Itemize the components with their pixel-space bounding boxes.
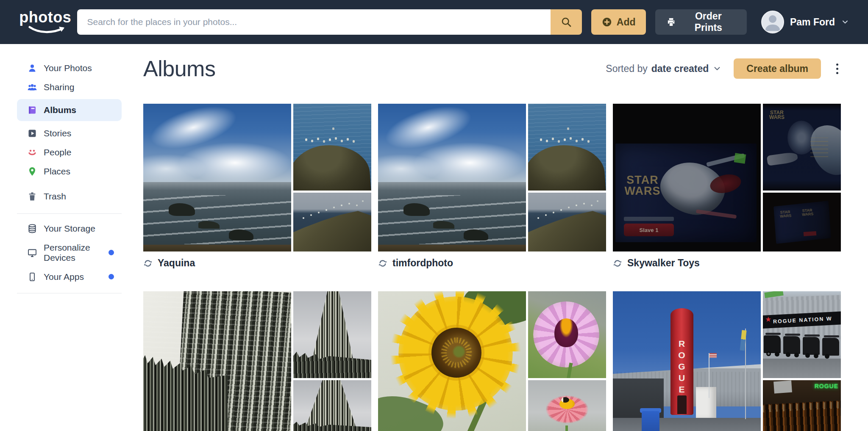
album-photo-cliff[interactable] [293, 193, 371, 251]
album-name: timfordphoto [392, 257, 453, 269]
search-icon [560, 16, 572, 28]
art-birds [540, 138, 542, 141]
user-name: Pam Ford [790, 17, 835, 28]
album-photo-glass-tower[interactable] [143, 291, 291, 431]
album-cover-yaquina[interactable] [143, 104, 371, 251]
album-photo-tower-detail[interactable] [293, 380, 371, 431]
art-white-sign [773, 381, 792, 394]
album-name: Skywalker Toys [627, 257, 700, 269]
new-badge-dot [108, 274, 114, 279]
sidebar-item-your-photos[interactable]: Your Photos [17, 58, 122, 77]
sidebar-item-label: Your Photos [44, 63, 92, 73]
art-grass [378, 245, 526, 251]
album-card [378, 291, 606, 431]
add-button[interactable]: Add [591, 9, 646, 35]
art-recycle-bin [642, 411, 659, 431]
album-photo-starwars-box-back[interactable]: STAR WARS [763, 104, 841, 191]
albums-header: Albums Sorted by date created Create alb… [143, 56, 841, 81]
album-cover-rogue[interactable]: ROGUE ROGUE NATION W ★ [613, 291, 841, 431]
plus-circle-icon [601, 17, 612, 28]
art-rogue-nation-text: ROGUE NATION W [773, 315, 832, 324]
account-menu[interactable]: Pam Ford [761, 11, 849, 33]
map-pin-icon [27, 166, 37, 177]
album-photo-beer-bottles[interactable]: ROGUE [763, 380, 841, 431]
album-card: ROGUE ROGUE NATION W ★ [613, 291, 841, 431]
sidebar-item-places[interactable]: Places [17, 162, 122, 181]
search-input[interactable] [77, 9, 551, 35]
avatar-person-icon [762, 11, 783, 33]
album-photo-ocean[interactable] [143, 104, 291, 251]
logo-text: photos [19, 10, 71, 25]
sidebar-item-label: People [44, 147, 71, 157]
album-name-row[interactable]: timfordphoto [378, 257, 606, 269]
album-name-row[interactable]: Skywalker Toys [613, 257, 841, 269]
database-icon [27, 224, 37, 234]
album-cover-timfordphoto[interactable] [378, 104, 606, 251]
main-content: Albums Sorted by date created Create alb… [143, 44, 868, 431]
person-icon [27, 63, 37, 73]
sidebar-item-albums[interactable]: Albums [17, 99, 122, 121]
sidebar-item-label: Places [44, 166, 70, 177]
sidebar-item-your-storage[interactable]: Your Storage [17, 219, 122, 238]
album-photo-starwars-box[interactable]: STAR WARS Slave 1 [613, 104, 761, 251]
sync-icon [143, 259, 153, 268]
art-cloud [143, 154, 207, 184]
album-photo-column [528, 104, 606, 251]
art-foam [378, 195, 526, 244]
album-photo-ocean[interactable] [378, 104, 526, 251]
add-button-label: Add [617, 17, 636, 28]
art-red-star: ★ [765, 315, 771, 324]
sidebar-item-trash[interactable]: Trash [17, 187, 122, 206]
album-photo-pelicans[interactable] [528, 104, 606, 191]
sidebar-item-personalize-devices[interactable]: Personalize Devices [17, 243, 122, 262]
album-card [143, 291, 371, 431]
sidebar-item-label: Trash [44, 191, 66, 202]
art-train-wheels [766, 351, 771, 356]
smartphone-icon [27, 272, 37, 282]
album-photo-sunflower[interactable] [378, 291, 526, 431]
album-card: STAR WARS Slave 1 STAR WARS [613, 104, 841, 269]
sidebar-item-stories[interactable]: Stories [17, 124, 122, 143]
art-birds [537, 217, 539, 219]
album-name-row[interactable]: Yaquina [143, 257, 371, 269]
album-card: Yaquina [143, 104, 371, 269]
album-photo-rogue-silo[interactable]: ROGUE [613, 291, 761, 431]
sidebar-item-sharing[interactable]: Sharing [17, 77, 122, 97]
album-photo-tower-sky[interactable] [293, 291, 371, 378]
album-photo-cliff[interactable] [528, 193, 606, 251]
amazon-smile-icon [28, 26, 67, 34]
sidebar-item-your-apps[interactable]: Your Apps [17, 267, 122, 286]
sort-dropdown[interactable]: Sorted by date created [606, 63, 722, 75]
art-flagpole [709, 353, 709, 398]
create-album-button[interactable]: Create album [734, 58, 821, 79]
printer-icon [666, 17, 676, 27]
album-photo-column [528, 291, 606, 431]
album-photo-flower-bee[interactable] [528, 380, 606, 431]
trash-icon [27, 191, 37, 202]
album-cover-flowers[interactable] [378, 291, 606, 431]
album-cover-buildings[interactable] [143, 291, 371, 431]
art-foam [143, 195, 291, 244]
top-navbar: photos Add Order Prints [0, 0, 868, 44]
search-button[interactable] [551, 9, 582, 35]
photos-logo[interactable]: photos [19, 10, 72, 34]
album-photo-zinnia[interactable] [528, 291, 606, 378]
art-asphalt [613, 418, 761, 431]
album-photo-starwars-box-angle[interactable]: STAR WARS STAR WARS [763, 193, 841, 251]
chevron-down-icon [841, 18, 849, 26]
search-bar [77, 9, 582, 35]
album-photo-rogue-nation[interactable]: ROGUE NATION W ★ [763, 291, 841, 378]
sync-icon [613, 259, 622, 268]
art-birds [305, 138, 307, 141]
album-photo-pelicans[interactable] [293, 104, 371, 191]
art-bee [561, 397, 569, 403]
art-shadow-overlay [613, 104, 761, 251]
album-cover-skywalker-toys[interactable]: STAR WARS Slave 1 STAR WARS [613, 104, 841, 251]
play-icon [27, 128, 37, 138]
sidebar-divider [17, 293, 122, 293]
art-green-neon-text: ROGUE [815, 383, 838, 390]
sidebar-item-people[interactable]: People [17, 143, 122, 162]
more-options-button[interactable] [834, 61, 841, 77]
order-prints-button[interactable]: Order Prints [655, 9, 747, 35]
sidebar-divider [17, 213, 122, 214]
